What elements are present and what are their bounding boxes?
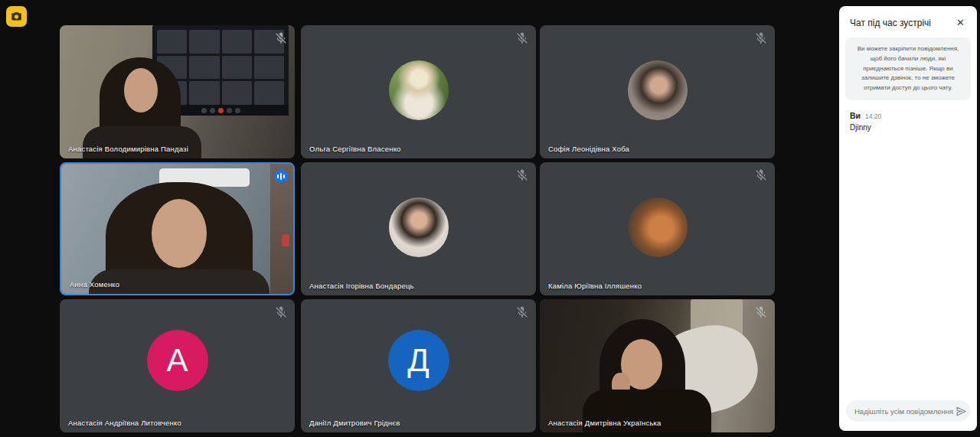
audio-level-icon [274,169,288,183]
mic-off-icon [754,305,768,319]
close-icon[interactable]: ✕ [955,16,966,29]
participant-tile[interactable]: А Анастасія Андріївна Литовченко [60,299,295,432]
mic-off-icon [274,31,288,45]
video-feed [540,299,775,432]
participant-name: Анна Хоменко [70,280,119,289]
participant-name: Софія Леонідівна Хоба [548,145,629,153]
participant-name: Ольга Сергіївна Власенко [309,145,401,153]
participant-name: Анастасія Ігорівна Бондарець [309,282,414,290]
mic-off-icon [754,31,768,45]
avatar [389,197,449,257]
letter-avatar: Д [388,330,449,391]
mic-off-icon [515,168,529,182]
letter-avatar: А [147,330,208,391]
participant-tile[interactable]: Анастасія Володимирівна Пандазі [60,25,295,158]
meeting-window: Анастасія Володимирівна Пандазі Ольга Се… [0,0,980,437]
participant-tile[interactable]: Анастасія Ігорівна Бондарець [301,162,536,295]
mic-off-icon [515,31,529,45]
participant-name: Каміла Юріївна Ілляшенко [548,282,642,290]
participant-tile-active-speaker[interactable]: Анна Хоменко [60,162,295,295]
participant-name: Анастасія Андріївна Литовченко [68,419,181,427]
avatar [389,60,449,120]
mic-off-icon [274,305,288,319]
participant-tile[interactable]: Каміла Юріївна Ілляшенко [540,162,775,295]
message-time: 14:20 [865,113,881,120]
participant-tile[interactable]: Анастасія Дмитрівна Українська [540,299,775,432]
message-sender: Ви [850,111,861,120]
participant-name: Даніїл Дмитрович Гріднєв [309,419,400,427]
camera-icon [11,11,22,22]
avatar [628,60,688,120]
avatar [628,197,688,257]
screenshot-tool-button[interactable] [6,6,27,27]
chat-info-notice: Ви можете закріпити повідомлення, щоб йо… [845,38,971,100]
video-feed [60,25,295,158]
mic-off-icon [754,168,768,182]
chat-panel-title: Чат під час зустрічі [850,18,931,28]
video-feed [61,164,293,294]
chat-input-bar [846,400,970,422]
send-icon[interactable] [956,404,967,418]
mic-off-icon [515,305,529,319]
chat-message-input[interactable] [854,407,956,416]
chat-panel: Чат під час зустрічі ✕ Ви можете закріпи… [839,6,977,431]
participant-tile[interactable]: Ольга Сергіївна Власенко [301,25,536,158]
participant-name: Анастасія Дмитрівна Українська [548,419,662,427]
chat-message: Ви 14:20 Djinny [839,100,977,132]
participant-tile[interactable]: Д Даніїл Дмитрович Гріднєв [301,299,536,432]
message-text: Djinny [850,123,966,132]
participant-tile[interactable]: Софія Леонідівна Хоба [540,25,775,158]
participant-name: Анастасія Володимирівна Пандазі [68,145,188,153]
